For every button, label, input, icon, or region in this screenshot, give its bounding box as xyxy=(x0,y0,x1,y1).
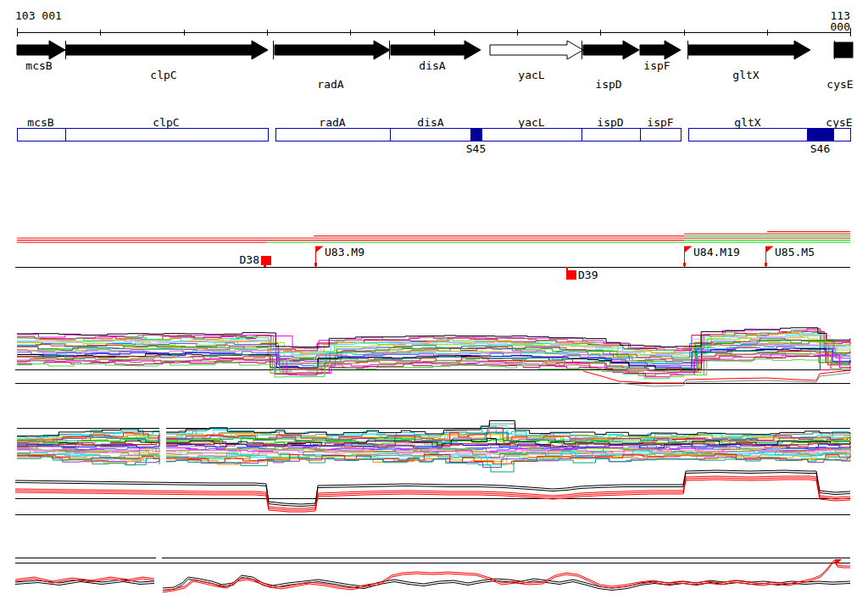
gene-arrow-radA[interactable] xyxy=(275,41,390,59)
map-gene-label-gltX: gltX xyxy=(734,117,760,128)
map-feature-label-S46: S46 xyxy=(810,143,830,154)
map-feature-S45[interactable] xyxy=(471,129,482,142)
marker-flag-U85.M5[interactable] xyxy=(765,247,774,253)
marker-label-U85.M5: U85.M5 xyxy=(775,247,815,258)
gene-label-ispF: ispF xyxy=(643,60,670,71)
marker-D39[interactable] xyxy=(566,270,576,280)
map-gene-label-cysE: cysE xyxy=(826,117,852,128)
gene-arrow-disA[interactable] xyxy=(391,41,481,59)
marker-tick-D39 xyxy=(566,267,568,270)
gene-label-gltX: gltX xyxy=(732,69,759,80)
gene-label-disA: disA xyxy=(419,60,445,71)
gene-arrow-gltX[interactable] xyxy=(688,41,810,59)
gene-label-cysE: cysE xyxy=(826,79,853,90)
panelA-extra xyxy=(619,373,850,386)
marker-D38[interactable] xyxy=(261,256,271,265)
marker-notch-D38 xyxy=(264,265,266,267)
gene-rect-cysE[interactable] xyxy=(834,42,853,58)
map-gene-label-yacL: yacL xyxy=(518,117,544,128)
gene-label-ispD: ispD xyxy=(595,79,621,90)
map-gene-label-disA: disA xyxy=(417,117,443,128)
marker-label-D38: D38 xyxy=(240,254,259,265)
gene-arrow-mcsB[interactable] xyxy=(17,41,65,59)
panelD-end-flag xyxy=(835,559,842,565)
gene-label-yacL: yacL xyxy=(518,69,544,80)
map-gene-label-clpC: clpC xyxy=(153,117,179,128)
marker-label-U83.M9: U83.M9 xyxy=(325,247,364,258)
map-gene-label-mcsB: mcsB xyxy=(27,117,53,128)
tracks-graphic xyxy=(0,0,868,605)
marker-label-D39: D39 xyxy=(578,269,598,280)
map-gene-label-radA: radA xyxy=(319,117,345,128)
gene-label-mcsB: mcsB xyxy=(25,60,52,71)
map-gene-label-ispD: ispD xyxy=(597,117,623,128)
gene-label-radA: radA xyxy=(317,79,343,90)
gene-arrow-clpC[interactable] xyxy=(66,41,268,59)
marker-base-U84.M19 xyxy=(683,263,686,266)
map-feature-label-S45: S45 xyxy=(466,143,486,154)
marker-base-U83.M9 xyxy=(314,263,317,266)
gene-arrow-yacL[interactable] xyxy=(490,41,583,59)
marker-flag-U84.M19[interactable] xyxy=(684,247,693,253)
genome-browser-view: 103 001 113 000 mcsBclpCradAdisAyacLispD… xyxy=(0,0,868,605)
map-feature-S46[interactable] xyxy=(808,129,834,142)
map-gene-label-ispF: ispF xyxy=(647,117,673,128)
gene-label-clpC: clpC xyxy=(150,69,176,80)
marker-base-U85.M5 xyxy=(765,263,767,266)
marker-label-U84.M19: U84.M19 xyxy=(693,247,740,258)
map-box[interactable] xyxy=(18,129,269,142)
gene-arrow-ispD[interactable] xyxy=(583,41,639,59)
gene-arrow-ispF[interactable] xyxy=(640,41,681,59)
panelD-profile xyxy=(163,562,850,592)
panelC-profile xyxy=(15,473,850,507)
panelD-profile xyxy=(15,582,154,586)
marker-flag-U83.M9[interactable] xyxy=(315,247,324,253)
